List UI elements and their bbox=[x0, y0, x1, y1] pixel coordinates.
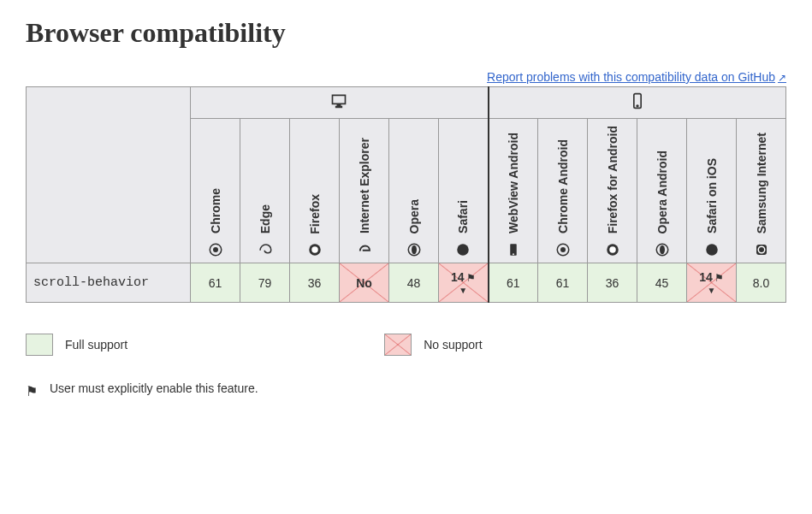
support-cell: 8.0 bbox=[737, 263, 786, 303]
table-corner bbox=[27, 87, 191, 263]
browser-label: Internet Explorer bbox=[359, 138, 370, 233]
browser-label: Edge bbox=[259, 204, 271, 233]
opera-android-icon bbox=[655, 242, 670, 257]
support-value: 14 bbox=[699, 270, 713, 284]
support-cell: 48 bbox=[389, 263, 439, 303]
platform-desktop bbox=[191, 87, 489, 119]
support-cell: 36 bbox=[588, 263, 637, 303]
desktop-icon bbox=[330, 92, 347, 109]
browser-opera: Opera bbox=[389, 119, 439, 263]
swatch-no-support bbox=[384, 334, 412, 356]
svg-point-17 bbox=[706, 245, 718, 257]
webview-android-icon bbox=[506, 242, 521, 257]
swatch-full-support bbox=[26, 334, 53, 356]
legend-full-support: Full support bbox=[26, 334, 127, 356]
svg-point-14 bbox=[609, 247, 616, 254]
firefox-for-android-icon bbox=[605, 242, 620, 257]
support-cell[interactable]: 14⚑▼ bbox=[439, 263, 489, 303]
svg-point-7 bbox=[412, 245, 417, 255]
support-value: 61 bbox=[507, 276, 520, 290]
support-cell: 61 bbox=[538, 263, 588, 303]
chrome-icon bbox=[208, 242, 223, 257]
browser-label: Samsung Internet bbox=[756, 133, 768, 233]
browser-internet-explorer: Internet Explorer bbox=[340, 119, 389, 263]
feature-name: scroll-behavior bbox=[27, 263, 191, 303]
flag-icon: ⚑ bbox=[714, 272, 724, 284]
firefox-icon bbox=[307, 242, 323, 257]
browser-opera-android: Opera Android bbox=[637, 119, 687, 263]
legend-flag-text: User must explicitly enable this feature… bbox=[50, 381, 258, 395]
browser-label: Chrome bbox=[210, 188, 222, 233]
opera-icon bbox=[406, 242, 422, 257]
support-value: 36 bbox=[606, 276, 619, 290]
svg-point-8 bbox=[458, 245, 470, 257]
support-value: 36 bbox=[308, 276, 322, 290]
chrome-android-icon bbox=[555, 242, 571, 257]
browser-label: Safari bbox=[457, 200, 469, 233]
support-value: 61 bbox=[556, 276, 570, 290]
support-value: 45 bbox=[655, 276, 669, 290]
safari-on-ios-icon bbox=[704, 242, 720, 257]
browser-edge: Edge bbox=[240, 119, 290, 263]
support-cell: 61 bbox=[191, 263, 240, 303]
legend-no-label: No support bbox=[424, 338, 482, 352]
chevron-down-icon[interactable]: ▼ bbox=[690, 286, 732, 295]
mobile-icon bbox=[629, 92, 646, 109]
support-value: No bbox=[356, 276, 372, 290]
support-cell: 61 bbox=[489, 263, 538, 303]
svg-point-3 bbox=[213, 247, 218, 252]
browser-safari: Safari bbox=[439, 119, 489, 263]
platform-mobile bbox=[489, 87, 786, 119]
legend-no-support: No support bbox=[384, 334, 482, 356]
browser-label: Firefox for Android bbox=[607, 126, 619, 233]
support-cell[interactable]: 14⚑▼ bbox=[687, 263, 737, 303]
page-title: Browser compatibility bbox=[26, 17, 786, 49]
legend-full-label: Full support bbox=[65, 338, 127, 352]
edge-icon bbox=[258, 242, 273, 257]
browser-label: WebView Android bbox=[507, 133, 519, 233]
browser-label: Safari on iOS bbox=[706, 158, 718, 233]
support-value: 61 bbox=[209, 276, 222, 290]
support-cell: 45 bbox=[637, 263, 687, 303]
svg-point-12 bbox=[560, 247, 566, 252]
svg-point-10 bbox=[513, 254, 514, 256]
support-cell: 36 bbox=[290, 263, 340, 303]
flag-icon: ⚑ bbox=[26, 383, 38, 399]
support-value: 14 bbox=[451, 270, 465, 284]
browser-label: Opera bbox=[408, 199, 420, 233]
legend: Full support No support bbox=[26, 334, 786, 356]
compat-table: ChromeEdgeFirefoxInternet ExplorerOperaS… bbox=[26, 86, 786, 303]
report-link-text: Report problems with this compatibility … bbox=[487, 70, 775, 84]
svg-point-16 bbox=[660, 245, 665, 255]
browser-label: Chrome Android bbox=[557, 139, 569, 233]
external-link-icon: ↗ bbox=[778, 72, 786, 84]
svg-point-5 bbox=[311, 247, 318, 254]
browser-chrome: Chrome bbox=[191, 119, 240, 263]
flag-icon: ⚑ bbox=[466, 272, 476, 284]
svg-point-1 bbox=[637, 105, 638, 107]
support-value: 8.0 bbox=[753, 276, 769, 290]
support-cell: 79 bbox=[240, 263, 290, 303]
legend-flag: ⚑ User must explicitly enable this featu… bbox=[26, 381, 317, 399]
browser-label: Firefox bbox=[309, 194, 321, 234]
browser-samsung-internet: Samsung Internet bbox=[737, 119, 786, 263]
browser-chrome-android: Chrome Android bbox=[538, 119, 588, 263]
chevron-down-icon[interactable]: ▼ bbox=[442, 286, 484, 295]
browser-safari-on-ios: Safari on iOS bbox=[687, 119, 737, 263]
support-value: 48 bbox=[407, 276, 421, 290]
safari-icon bbox=[455, 242, 471, 257]
samsung-internet-icon bbox=[754, 242, 769, 257]
report-problems-link[interactable]: Report problems with this compatibility … bbox=[487, 70, 786, 84]
browser-label: Opera Android bbox=[656, 151, 668, 234]
browser-firefox: Firefox bbox=[290, 119, 340, 263]
support-cell: No bbox=[340, 263, 389, 303]
browser-webview-android: WebView Android bbox=[489, 119, 538, 263]
internet-explorer-icon bbox=[357, 242, 372, 257]
support-value: 79 bbox=[258, 276, 272, 290]
browser-firefox-for-android: Firefox for Android bbox=[588, 119, 637, 263]
